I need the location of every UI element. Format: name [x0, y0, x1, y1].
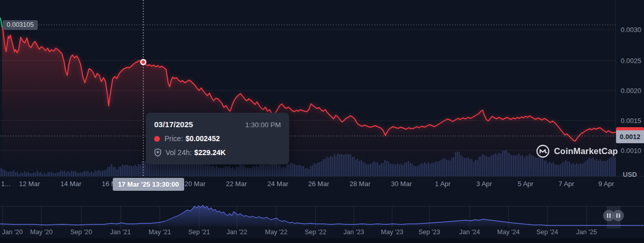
x-axis-tick: 22 Mar [226, 180, 247, 188]
navigator-line[interactable] [0, 205, 643, 225]
shield-icon [154, 148, 161, 157]
navigator-axis-tick: Sep '24 [536, 229, 558, 236]
navigator-axis-tick: Sep '20 [70, 229, 92, 236]
x-axis-tick: 20 Mar [185, 180, 205, 188]
x-axis-tick: 3 Apr [476, 180, 492, 188]
chart-tooltip: 03/17/2025 1:30:00 PM Price: $0.002452 V… [146, 113, 289, 164]
bottom-strip [0, 238, 644, 243]
tooltip-time: 1:30:00 PM [245, 121, 281, 129]
navigator-axis-tick: May '24 [497, 229, 519, 236]
y-axis-tick: 0.0025 [621, 57, 641, 65]
navigator-axis-tick: Jan '22 [227, 229, 247, 236]
crosshair-dot [141, 60, 145, 64]
navigator-area-fill [0, 205, 643, 226]
y-axis-tick: 0.0010 [621, 147, 641, 155]
tooltip-price-label: Price: [164, 134, 183, 143]
y-axis-tick: 0.0030 [621, 26, 641, 34]
crosshair-date-label: 17 Mar '25 13:30:00 [113, 178, 184, 191]
y-axis-tick: 0.0015 [621, 117, 641, 125]
main-chart-surface[interactable] [0, 0, 644, 243]
navigator-axis-tick: Sep '21 [188, 229, 210, 236]
x-axis-tick: 14 Mar [61, 180, 81, 188]
x-axis-tick: 24 Mar [267, 180, 288, 188]
tooltip-volume-value: $229.24K [194, 148, 226, 157]
navigator-axis-tick: May '20 [30, 229, 52, 236]
navigator-axis-tick: May '23 [381, 229, 403, 236]
x-axis-tick: 12 Mar [19, 180, 40, 188]
watermark-text: CoinMarketCap [554, 146, 618, 156]
price-series-dot-icon [154, 136, 160, 142]
tooltip-price-value: $0.002452 [186, 134, 220, 143]
x-axis-tick: 5 Apr [518, 180, 533, 188]
price-line-green-segment [0, 18, 2, 27]
tooltip-date: 03/17/2025 [154, 120, 193, 129]
x-axis-tick: 9 Apr [598, 180, 614, 188]
navigator-axis-tick: Jan '25 [576, 229, 597, 236]
coinmarketcap-watermark: CoinMarketCap [536, 144, 618, 158]
navigator-axis-tick: Jan '23 [343, 229, 364, 236]
x-axis-tick: 30 Mar [391, 180, 412, 188]
navigator-axis-tick: Jan '20 [2, 229, 23, 236]
tooltip-volume-label: Vol 24h: [166, 148, 192, 157]
x-axis-tick: 1 Apr [435, 180, 451, 188]
x-axis-tick: 1... [1, 180, 10, 188]
current-price-tag: 0.0012 [616, 127, 644, 143]
current-price-tag-value: 0.0012 [616, 130, 644, 143]
price-chart[interactable]: 0.00300.00250.00200.00150.0010 USD 1...1… [0, 0, 644, 243]
x-axis-tick: 26 Mar [308, 180, 329, 188]
navigator-axis-tick: Sep '23 [418, 229, 440, 236]
x-axis-tick: 7 Apr [559, 180, 574, 188]
y-axis-unit: USD [623, 171, 637, 178]
y-axis-tick: 0.0020 [621, 87, 641, 95]
navigator-axis-tick: Sep '22 [305, 229, 326, 236]
x-axis-tick: 28 Mar [350, 180, 370, 188]
navigator-handle-2[interactable] [612, 210, 624, 221]
navigator-axis-tick: Jan '21 [110, 229, 131, 236]
navigator-axis-tick: May '21 [148, 229, 171, 236]
navigator-axis-tick: Jan '24 [459, 229, 480, 236]
price-area-fill [2, 27, 616, 176]
navigator-axis-tick: May '22 [265, 229, 287, 236]
high-price-label: 0.003105 [3, 20, 38, 30]
coinmarketcap-logo-icon [536, 144, 550, 158]
